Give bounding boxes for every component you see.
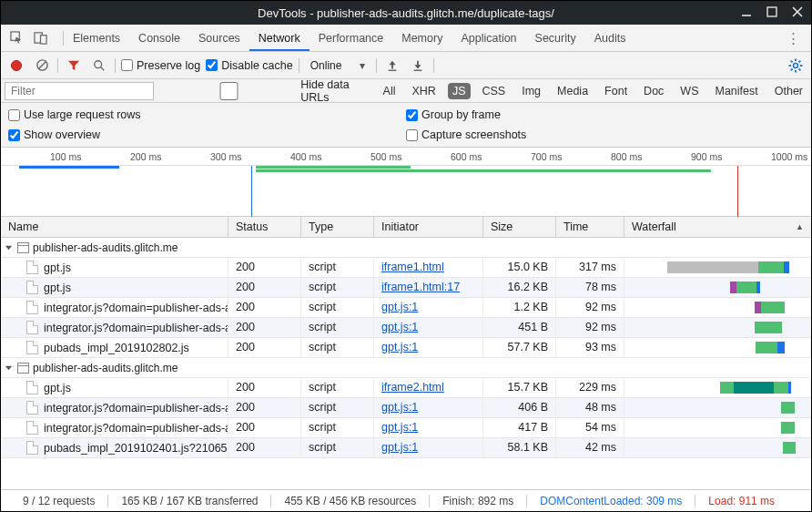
filter-chip-js[interactable]: JS [448,83,471,99]
cell-type: script [301,438,374,457]
filter-chip-media[interactable]: Media [553,83,593,99]
svg-line-8 [38,62,46,69]
request-row[interactable]: integrator.js?domain=publisher-ads-au…20… [1,398,811,418]
tab-network[interactable]: Network [249,26,310,51]
cell-type: script [301,278,374,297]
filter-chip-img[interactable]: Img [517,83,545,99]
tab-performance[interactable]: Performance [310,26,393,51]
request-row[interactable]: gpt.js200scriptiframe1.html15.0 KB317 ms [1,258,811,278]
show-overview-checkbox[interactable]: Show overview [8,128,406,141]
request-row[interactable]: integrator.js?domain=publisher-ads-au…20… [1,318,811,338]
cell-waterfall [624,398,811,417]
cell-type: script [301,338,374,357]
svg-line-18 [791,60,793,62]
grid-header[interactable]: Name Status Type Initiator Size Time Wat… [1,217,811,238]
cell-initiator[interactable]: iframe1.html [374,258,483,277]
col-type[interactable]: Type [301,217,374,237]
status-requests: 9 / 12 requests [10,495,108,507]
filter-chip-all[interactable]: All [379,83,401,99]
device-icon[interactable] [30,28,50,48]
cell-type: script [301,258,374,277]
frame-icon [17,242,29,253]
col-status[interactable]: Status [228,217,301,237]
request-row[interactable]: integrator.js?domain=publisher-ads-au…20… [1,298,811,318]
download-icon[interactable] [408,56,428,76]
svg-rect-6 [40,36,46,44]
close-icon[interactable] [791,5,804,21]
request-row[interactable]: integrator.js?domain=publisher-ads-au…20… [1,418,811,438]
overview-timeline[interactable]: 100 ms200 ms300 ms400 ms500 ms600 ms700 … [1,148,811,217]
cell-status: 200 [228,258,301,277]
col-name[interactable]: Name [1,217,228,237]
filter-chip-xhr[interactable]: XHR [408,83,441,99]
filter-input[interactable] [5,82,154,100]
svg-line-19 [799,68,801,70]
tab-sources[interactable]: Sources [189,26,249,51]
frame-group[interactable]: publisher-ads-audits.glitch.me [1,358,811,378]
col-initiator[interactable]: Initiator [374,217,483,237]
cell-size: 451 B [483,318,556,337]
disable-cache-checkbox[interactable]: Disable cache [206,59,293,72]
filter-chip-css[interactable]: CSS [478,83,511,99]
filter-icon[interactable] [64,56,84,76]
cell-initiator[interactable]: gpt.js:1 [374,318,483,337]
record-icon[interactable] [6,56,26,76]
tab-audits[interactable]: Audits [585,26,635,51]
disclose-icon[interactable] [5,362,14,374]
large-rows-checkbox[interactable]: Use large request rows [8,108,406,121]
tab-console[interactable]: Console [129,26,189,51]
filter-chip-ws[interactable]: WS [675,83,703,99]
col-size[interactable]: Size [483,217,556,237]
cell-initiator[interactable]: iframe1.html:17 [374,278,483,297]
request-row[interactable]: gpt.js200scriptiframe2.html15.7 KB229 ms [1,378,811,398]
cell-initiator[interactable]: iframe2.html [374,378,483,397]
cell-initiator[interactable]: gpt.js:1 [374,398,483,417]
cell-initiator[interactable]: gpt.js:1 [374,438,483,457]
tab-elements[interactable]: Elements [64,26,129,51]
title-bar: DevTools - publisher-ads-audits.glitch.m… [1,1,811,25]
cell-type: script [301,298,374,317]
disclose-icon[interactable] [5,241,14,254]
filter-chip-manifest[interactable]: Manifest [710,83,762,99]
settings-icon[interactable] [786,56,806,76]
frame-group[interactable]: publisher-ads-audits.glitch.me [1,238,811,258]
clear-icon[interactable] [32,56,52,76]
cell-status: 200 [228,318,301,337]
upload-icon[interactable] [382,56,402,76]
ruler-tick: 800 ms [611,151,642,162]
group-by-frame-checkbox[interactable]: Group by frame [406,108,804,121]
hide-data-urls-checkbox[interactable]: Hide data URLs [161,78,371,104]
cell-initiator[interactable]: gpt.js:1 [374,298,483,317]
filter-chip-font[interactable]: Font [600,83,632,99]
cell-status: 200 [228,378,301,397]
tab-memory[interactable]: Memory [392,26,452,51]
request-row[interactable]: pubads_impl_2019102401.js?21065030200scr… [1,438,811,458]
preserve-log-checkbox[interactable]: Preserve log [121,59,200,72]
cell-name: gpt.js [1,378,228,397]
col-time[interactable]: Time [556,217,624,237]
cell-time: 92 ms [556,298,624,317]
inspect-icon[interactable] [6,28,26,48]
minimize-icon[interactable] [740,5,753,21]
filter-chip-doc[interactable]: Doc [639,83,668,99]
cell-initiator[interactable]: gpt.js:1 [374,338,483,357]
search-icon[interactable] [89,56,109,76]
ruler-tick: 600 ms [451,151,482,162]
throttling-select[interactable]: Online▾ [305,59,371,72]
filter-chip-other[interactable]: Other [770,83,807,99]
maximize-icon[interactable] [766,5,778,21]
cell-size: 15.7 KB [483,378,556,397]
tab-application[interactable]: Application [452,26,525,51]
cell-initiator[interactable]: gpt.js:1 [374,418,483,437]
cell-waterfall [624,258,811,277]
tab-security[interactable]: Security [526,26,585,51]
request-row[interactable]: pubads_impl_2019102802.js200scriptgpt.js… [1,338,811,358]
file-icon [26,341,38,354]
col-waterfall[interactable]: Waterfall▲ [624,217,811,237]
kebab-icon[interactable]: ⋮ [787,30,806,46]
request-row[interactable]: gpt.js200scriptiframe1.html:1716.2 KB78 … [1,278,811,298]
svg-point-13 [794,63,798,67]
svg-point-9 [95,60,102,67]
capture-screenshots-checkbox[interactable]: Capture screenshots [406,128,804,141]
cell-time: 54 ms [556,418,624,437]
